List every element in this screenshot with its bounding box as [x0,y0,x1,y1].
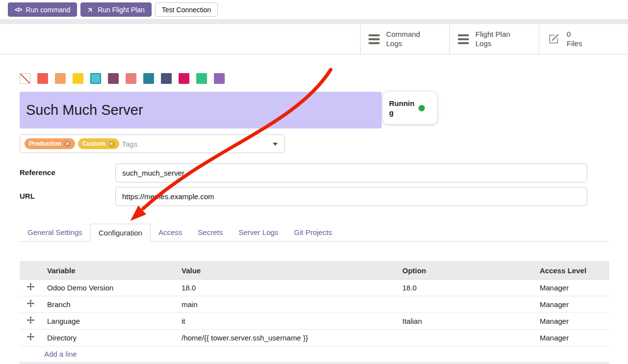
table-header-row: Variable Value Option Access Level [20,262,609,280]
cell-access-level[interactable]: Manager [534,330,609,346]
server-status-label: Running [389,99,415,118]
cell-access-level[interactable]: Manager [534,313,609,330]
server-status-badge[interactable]: Running [383,92,437,124]
title-row: Such Much Server Running [20,92,609,129]
bars-icon [368,34,380,44]
tag-pill-production[interactable]: Production ✕ [25,138,75,149]
drag-handle[interactable] [20,280,41,296]
page-background-strip [0,19,628,24]
move-icon [27,283,34,290]
color-swatch-none[interactable] [20,73,30,84]
column-header-access-level: Access Level [534,262,609,280]
files-label: 0 Files [567,30,582,49]
tab-git-projects[interactable]: Git Projects [286,224,340,241]
run-flight-plan-label: Run Flight Plan [98,6,145,14]
code-icon: </> [15,6,22,13]
drag-handle[interactable] [20,330,41,346]
test-connection-button[interactable]: Test Connection [155,2,218,17]
tab-general-settings[interactable]: General Settings [20,224,90,241]
table-row: Language it Italian Manager [20,313,609,330]
variables-table: Variable Value Option Access Level Odoo … [20,261,609,346]
cell-variable[interactable]: Odoo Demo Version [41,280,176,296]
color-swatch-navy[interactable] [161,73,172,84]
url-label: URL [20,187,115,200]
cell-variable[interactable]: Branch [41,296,176,313]
flight-plan-logs-label: Flight Plan Logs [475,30,510,49]
tag-pill-custom[interactable]: Custom ✕ [78,138,119,149]
url-field-row: URL [20,187,609,206]
reference-field-row: Reference [20,163,609,182]
stat-buttons-bar: Command Logs Flight Plan Logs 0 Files [0,24,628,54]
add-a-line-link[interactable]: Add a line [44,350,77,358]
cell-option[interactable]: Italian [396,313,534,330]
color-swatch-green[interactable] [196,73,207,84]
color-swatch-cyan-selected[interactable] [90,73,101,84]
action-toolbar: </> Run command ✈ Run Flight Plan Test C… [0,0,628,19]
fields: Reference URL [20,163,609,206]
cell-value[interactable]: it [176,313,396,330]
run-flight-plan-button[interactable]: ✈ Run Flight Plan [80,2,151,17]
tag-label: Custom [82,140,105,147]
edit-icon [547,32,560,46]
cell-value[interactable]: 18.0 [176,280,396,296]
color-swatch-salmon[interactable] [126,73,136,84]
cell-variable[interactable]: Language [41,313,176,330]
drag-handle[interactable] [20,296,41,313]
tab-access[interactable]: Access [151,224,190,241]
color-swatch-purple[interactable] [214,73,225,84]
tab-configuration[interactable]: Configuration [90,224,151,242]
column-header-variable: Variable [41,262,176,280]
command-logs-label: Command Logs [386,30,420,49]
move-icon [27,333,34,340]
stat-button-command-logs[interactable]: Command Logs [360,24,449,54]
notebook-tabs: General Settings Configuration Access Se… [20,224,609,242]
move-icon [27,300,34,307]
server-name-input[interactable]: Such Much Server [20,92,382,129]
cell-value[interactable]: main [176,296,396,313]
stat-button-files[interactable]: 0 Files [539,24,628,54]
column-header-value: Value [176,262,396,280]
status-dot-icon [419,105,425,111]
drag-handle[interactable] [20,313,41,330]
cell-access-level[interactable]: Manager [534,280,609,296]
cell-option[interactable]: 18.0 [396,280,534,296]
stat-button-flight-plan-logs[interactable]: Flight Plan Logs [449,24,539,54]
cell-value[interactable]: /home/{{ tower.server.ssh_username }} [176,330,396,346]
cell-option[interactable] [396,296,534,313]
cell-access-level[interactable]: Manager [534,296,609,313]
color-swatch-red[interactable] [37,73,48,84]
reference-label: Reference [20,163,115,177]
tag-label: Production [29,140,61,147]
color-swatch-magenta[interactable] [179,73,189,84]
handle-column-header [20,262,41,280]
plane-icon: ✈ [85,4,96,15]
color-swatch-yellow[interactable] [73,73,83,84]
tags-placeholder: Tags [122,140,138,148]
cell-variable[interactable]: Directory [41,330,176,346]
bars-icon [458,34,469,44]
test-connection-label: Test Connection [162,6,211,14]
color-swatch-plum[interactable] [108,73,119,84]
add-line-row: Add a line [20,346,609,363]
column-header-option: Option [396,262,534,280]
move-icon [27,316,34,324]
table-row: Directory /home/{{ tower.server.ssh_user… [20,330,609,346]
run-command-button[interactable]: </> Run command [8,2,77,17]
remove-tag-icon[interactable]: ✕ [64,141,71,147]
page: </> Run command ✈ Run Flight Plan Test C… [0,0,628,364]
table-row: Branch main Manager [20,296,609,313]
tab-server-logs[interactable]: Server Logs [231,224,286,241]
chevron-down-icon[interactable] [273,143,278,146]
url-input[interactable] [115,187,587,206]
cell-option[interactable] [396,330,534,346]
reference-input[interactable] [115,163,587,182]
color-swatch-orange[interactable] [55,73,66,84]
tags-input[interactable]: Production ✕ Custom ✕ Tags [20,134,285,153]
remove-tag-icon[interactable]: ✕ [108,141,115,147]
color-swatch-teal[interactable] [143,73,154,84]
color-palette [20,73,609,84]
run-command-label: Run command [26,6,70,14]
form-content: Such Much Server Running Production ✕ Cu… [0,54,628,364]
tab-secrets[interactable]: Secrets [190,224,231,241]
table-row: Odoo Demo Version 18.0 18.0 Manager [20,280,609,296]
